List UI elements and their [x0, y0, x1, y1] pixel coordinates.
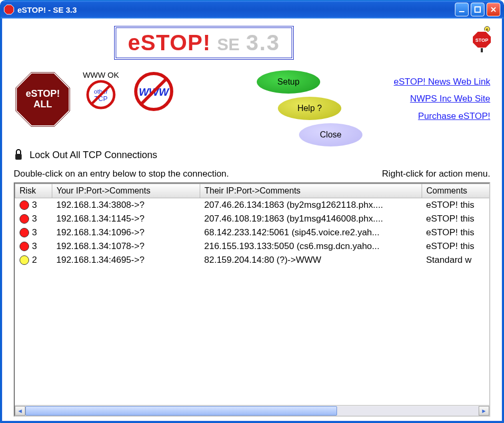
cell-comments: eSTOP! this [422, 198, 491, 213]
cell-risk: 2 [15, 253, 52, 267]
svg-marker-0 [4, 5, 14, 14]
lock-row[interactable]: Lock Out All TCP Connections [14, 149, 490, 161]
col-risk[interactable]: Risk [15, 184, 52, 198]
col-your[interactable]: Your IP:Port->Comments [52, 184, 200, 198]
cell-your: 192.168.1.34:3808->? [52, 198, 200, 213]
logo-box: eSTOP! SE 3.3 [114, 26, 294, 60]
window-buttons [455, 3, 500, 16]
logo-version: 3.3 [246, 30, 280, 56]
svg-rect-19 [15, 154, 22, 160]
risk-dot-icon [20, 242, 29, 251]
table-body: 3192.168.1.34:3808->?207.46.26.134:1863 … [15, 198, 491, 268]
padlock-icon [14, 149, 23, 161]
table-row[interactable]: 3192.168.1.34:1145->?207.46.108.19:1863 … [15, 212, 491, 226]
cell-risk: 3 [15, 212, 52, 226]
logo-se: SE [217, 35, 240, 54]
table-row[interactable]: 3192.168.1.34:1078->?216.155.193.133:505… [15, 240, 491, 253]
cell-comments: eSTOP! this [422, 226, 491, 240]
setup-label: Setup [277, 77, 300, 87]
logo-main: eSTOP! [128, 30, 211, 56]
close-label: Close [320, 130, 342, 140]
cell-their: 68.142.233.142:5061 (sip45.voice.re2.yah… [200, 226, 422, 240]
col-their[interactable]: Their IP:Port->Comments [200, 184, 422, 198]
cell-your: 192.168.1.34:4695->? [52, 253, 200, 267]
www-ok-label: WWW OK [77, 70, 125, 79]
col-comments[interactable]: Comments [422, 184, 491, 198]
estop-all-button[interactable]: eSTOP! ALL [14, 70, 72, 128]
connections-table-wrap: Risk Your IP:Port->Comments Their IP:Por… [14, 182, 490, 417]
cell-your: 192.168.1.34:1078->? [52, 240, 200, 253]
lock-label: Lock Out All TCP Connections [30, 150, 157, 161]
scroll-thumb[interactable] [25, 406, 337, 416]
cell-their: 82.159.204.14:80 (?)->WWW [200, 253, 422, 267]
risk-dot-icon [20, 255, 29, 265]
www-ok-other-tcp-button[interactable]: WWW OK other TCP [77, 70, 125, 112]
risk-dot-icon [20, 214, 29, 224]
controls-row: eSTOP! ALL WWW OK other TCP WWW [14, 70, 490, 146]
risk-value: 2 [32, 255, 37, 265]
cell-their: 207.46.108.19:1863 (by1msg4146008.phx...… [200, 212, 422, 226]
news-link[interactable]: eSTOP! News Web Link [394, 77, 490, 87]
connections-table[interactable]: Risk Your IP:Port->Comments Their IP:Por… [15, 183, 490, 267]
help-label: Help ? [297, 104, 322, 113]
estop-all-label-1: eSTOP! [26, 89, 60, 99]
maximize-button[interactable] [471, 3, 484, 16]
no-www-button[interactable]: WWW [130, 70, 178, 114]
help-button[interactable]: Help ? [278, 97, 341, 120]
scroll-track[interactable] [25, 406, 479, 416]
scroll-left-arrow[interactable]: ◄ [15, 406, 25, 416]
close-window-button[interactable] [487, 3, 500, 16]
hint-left: Double-click on an entry below to stop t… [14, 169, 229, 179]
svg-rect-1 [459, 11, 464, 12]
horizontal-scrollbar[interactable]: ◄ ► [15, 405, 489, 416]
hints-row: Double-click on an entry below to stop t… [14, 169, 490, 179]
risk-value: 3 [32, 200, 37, 210]
svg-rect-2 [475, 7, 480, 12]
setup-button[interactable]: Setup [257, 70, 320, 94]
cell-risk: 3 [15, 198, 52, 213]
header-row: eSTOP! SE 3.3 [14, 26, 490, 60]
window-title: eSTOP! - SE 3.3 [17, 5, 455, 14]
risk-value: 3 [32, 227, 37, 238]
cell-your: 192.168.1.34:1145->? [52, 212, 200, 226]
table-header-row[interactable]: Risk Your IP:Port->Comments Their IP:Por… [15, 184, 491, 198]
scroll-right-arrow[interactable]: ► [479, 406, 489, 416]
nwps-link[interactable]: NWPS Inc Web Site [410, 94, 490, 104]
cell-their: 207.46.26.134:1863 (by2msg1262118.phx...… [200, 198, 422, 213]
corner-stop-icon: e STOP [471, 26, 492, 52]
cell-risk: 3 [15, 240, 52, 253]
table-row[interactable]: 3192.168.1.34:1096->?68.142.233.142:5061… [15, 226, 491, 240]
cell-comments: eSTOP! this [422, 240, 491, 253]
estop-all-label-2: ALL [34, 99, 52, 110]
cell-comments: eSTOP! this [422, 212, 491, 226]
table-row[interactable]: 2192.168.1.34:4695->?82.159.204.14:80 (?… [15, 253, 491, 267]
cell-your: 192.168.1.34:1096->? [52, 226, 200, 240]
titlebar[interactable]: eSTOP! - SE 3.3 [1, 1, 503, 19]
client-area: e STOP eSTOP! SE 3.3 eSTOP! AL [1, 19, 503, 422]
svg-text:e: e [486, 27, 488, 31]
cell-risk: 3 [15, 226, 52, 240]
risk-dot-icon [20, 228, 29, 237]
risk-value: 3 [32, 241, 37, 252]
risk-value: 3 [32, 214, 37, 224]
minimize-button[interactable] [455, 3, 469, 16]
svg-text:STOP: STOP [475, 38, 488, 43]
oval-buttons: Setup Help ? Close [262, 70, 362, 146]
svg-rect-9 [481, 48, 483, 52]
cell-their: 216.155.193.133:5050 (cs6.msg.dcn.yaho..… [200, 240, 422, 253]
purchase-link[interactable]: Purchase eSTOP! [418, 111, 490, 121]
risk-dot-icon [20, 200, 29, 210]
hint-right: Right-click for action menu. [382, 169, 490, 179]
close-button[interactable]: Close [299, 123, 362, 146]
app-icon [4, 4, 14, 15]
cell-comments: Standard w [422, 253, 491, 267]
app-window: eSTOP! - SE 3.3 e STOP eSTOP! SE 3.3 [0, 0, 504, 423]
links-panel: eSTOP! News Web Link NWPS Inc Web Site P… [394, 70, 490, 125]
table-row[interactable]: 3192.168.1.34:3808->?207.46.26.134:1863 … [15, 198, 491, 213]
